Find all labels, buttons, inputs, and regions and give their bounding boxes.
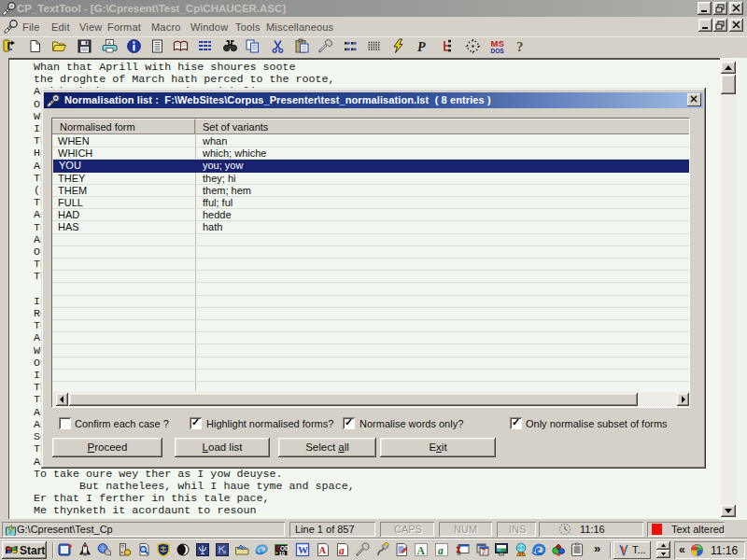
svg-text:M$: M$ bbox=[519, 553, 525, 556]
svg-text:W: W bbox=[298, 544, 308, 555]
svg-text:10: 10 bbox=[279, 551, 286, 556]
svg-text:a: a bbox=[339, 545, 345, 556]
svg-text:?: ? bbox=[516, 39, 524, 54]
svg-text:A: A bbox=[107, 40, 111, 46]
svg-text:A: A bbox=[319, 545, 327, 555]
svg-text:a: a bbox=[438, 545, 444, 556]
svg-text:7: 7 bbox=[482, 548, 486, 556]
svg-text:P: P bbox=[417, 40, 426, 54]
svg-text:A: A bbox=[417, 545, 426, 556]
svg-text:DOS: DOS bbox=[491, 48, 505, 54]
